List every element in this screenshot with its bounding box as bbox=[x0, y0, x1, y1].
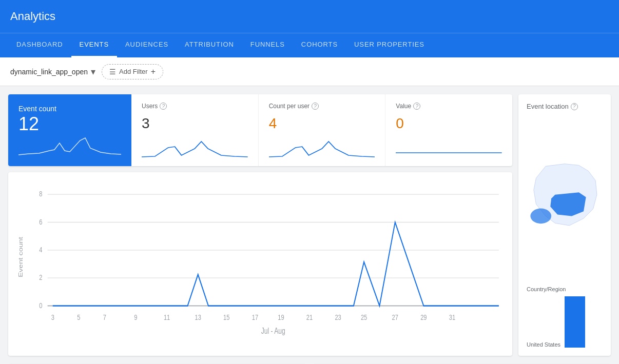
svg-text:Jul - Aug: Jul - Aug bbox=[261, 326, 285, 335]
country-name: United States bbox=[527, 341, 560, 348]
nav-events[interactable]: EVENTS bbox=[71, 33, 117, 57]
top-bar: Analytics bbox=[0, 0, 619, 33]
right-panel: Event location ? Country/Region United S… bbox=[518, 94, 611, 356]
svg-text:11: 11 bbox=[164, 313, 170, 321]
value-label: Value ? bbox=[396, 103, 502, 110]
add-filter-label: Add Filter bbox=[119, 68, 148, 75]
svg-text:29: 29 bbox=[420, 313, 427, 321]
filter-bar: dynamic_link_app_open ▾ ☰ Add Filter + bbox=[0, 57, 619, 86]
value-help-icon: ? bbox=[413, 103, 420, 110]
country-bar bbox=[565, 296, 585, 348]
svg-text:21: 21 bbox=[306, 313, 313, 321]
nav-funnels[interactable]: FUNNELS bbox=[242, 33, 293, 57]
event-count-sparkline bbox=[18, 135, 121, 156]
dropdown-arrow-icon: ▾ bbox=[91, 66, 95, 77]
stats-card: Event count 12 Users ? 3 bbox=[8, 94, 512, 166]
value-value: 0 bbox=[396, 115, 502, 132]
main-content: Event count 12 Users ? 3 bbox=[0, 86, 619, 364]
map-area bbox=[527, 114, 603, 284]
svg-text:23: 23 bbox=[335, 313, 341, 321]
event-count-block: Event count 12 bbox=[8, 94, 131, 166]
svg-text:4: 4 bbox=[39, 245, 42, 254]
svg-text:8: 8 bbox=[39, 190, 42, 198]
users-help-icon: ? bbox=[160, 103, 167, 110]
svg-text:25: 25 bbox=[361, 313, 367, 321]
svg-text:31: 31 bbox=[449, 313, 455, 321]
svg-text:0: 0 bbox=[39, 301, 42, 310]
nav-audiences[interactable]: AUDIENCES bbox=[117, 33, 177, 57]
add-filter-plus-icon: + bbox=[151, 67, 156, 76]
svg-text:6: 6 bbox=[39, 217, 42, 226]
value-block: Value ? 0 bbox=[385, 94, 512, 166]
users-label: Users ? bbox=[142, 103, 248, 110]
svg-text:3: 3 bbox=[51, 313, 54, 321]
users-sparkline bbox=[142, 137, 248, 158]
count-per-user-sparkline bbox=[269, 137, 375, 158]
svg-text:Event count: Event count bbox=[17, 237, 24, 277]
nav-user-properties[interactable]: USER PROPERTIES bbox=[346, 33, 433, 57]
svg-text:13: 13 bbox=[195, 313, 201, 321]
main-chart-svg: 8 6 4 2 0 Event count 3 5 7 9 11 13 15 1… bbox=[16, 180, 504, 348]
nav-bar: DASHBOARD EVENTS AUDIENCES ATTRIBUTION F… bbox=[0, 33, 619, 57]
svg-text:2: 2 bbox=[39, 273, 42, 282]
count-per-user-value: 4 bbox=[269, 115, 375, 132]
count-per-user-block: Count per user ? 4 bbox=[259, 94, 386, 166]
count-per-user-help-icon: ? bbox=[312, 103, 319, 110]
svg-text:19: 19 bbox=[278, 313, 284, 321]
event-count-value: 12 bbox=[18, 113, 121, 135]
event-dropdown[interactable]: dynamic_link_app_open ▾ bbox=[10, 66, 95, 77]
map-svg bbox=[527, 161, 603, 238]
event-location-help-icon: ? bbox=[571, 103, 578, 110]
svg-text:17: 17 bbox=[252, 313, 258, 321]
svg-text:27: 27 bbox=[392, 313, 398, 321]
country-region-label: Country/Region bbox=[527, 286, 603, 292]
add-filter-button[interactable]: ☰ Add Filter + bbox=[102, 64, 163, 79]
value-sparkline bbox=[396, 137, 502, 158]
nav-cohorts[interactable]: COHORTS bbox=[293, 33, 346, 57]
left-panel: Event count 12 Users ? 3 bbox=[8, 94, 512, 356]
event-location-title: Event location ? bbox=[527, 103, 603, 110]
svg-point-29 bbox=[530, 208, 551, 224]
main-chart-card: 8 6 4 2 0 Event count 3 5 7 9 11 13 15 1… bbox=[8, 172, 512, 356]
users-block: Users ? 3 bbox=[131, 94, 259, 166]
nav-dashboard[interactable]: DASHBOARD bbox=[8, 33, 71, 57]
event-count-label: Event count bbox=[18, 105, 121, 113]
svg-text:9: 9 bbox=[134, 313, 137, 321]
svg-text:5: 5 bbox=[77, 313, 80, 321]
event-dropdown-value: dynamic_link_app_open bbox=[10, 68, 88, 76]
svg-text:7: 7 bbox=[103, 313, 106, 321]
app-title: Analytics bbox=[10, 10, 55, 23]
nav-attribution[interactable]: ATTRIBUTION bbox=[177, 33, 242, 57]
count-per-user-label: Count per user ? bbox=[269, 103, 375, 110]
users-value: 3 bbox=[142, 115, 248, 132]
filter-icon: ☰ bbox=[109, 68, 116, 76]
svg-text:15: 15 bbox=[223, 313, 229, 321]
